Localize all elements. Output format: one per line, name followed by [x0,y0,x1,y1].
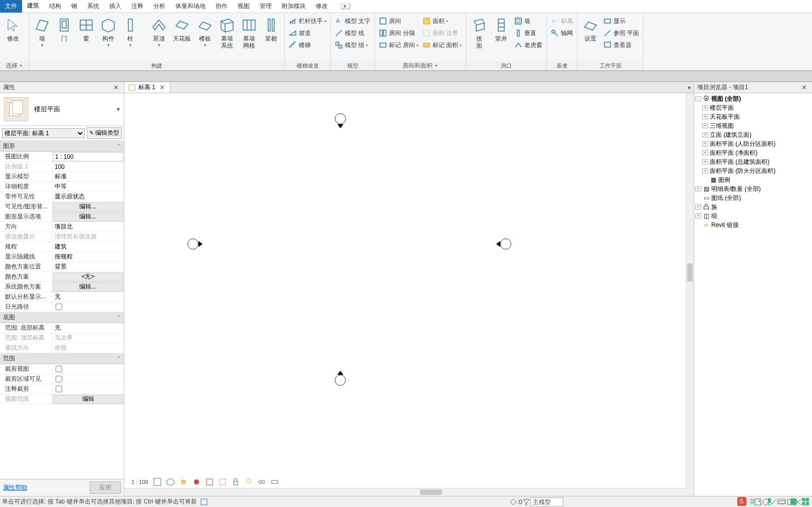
tag-area-tool[interactable]: 标记 面积▾ [421,39,464,51]
instance-select[interactable]: 楼层平面: 标高 1 [2,128,85,138]
prop-view-range[interactable]: 视图范围编辑 [0,394,124,404]
prop-detail-level[interactable]: 详细程度中等 [0,182,124,192]
modify-tool[interactable]: 修改 [2,15,24,43]
prop-underlay-bottom[interactable]: 范围: 底部标高无 [0,323,124,333]
menu-addins[interactable]: 附加模块 [277,0,311,13]
filter-combo[interactable]: 主模型 [530,497,563,506]
filter-icon[interactable] [522,498,530,506]
tree-sheets[interactable]: ▭图纸 (全部) [695,193,811,202]
menu-insert[interactable]: 插入 [104,0,126,13]
edit-type-button[interactable]: ✎ 编辑类型 [87,127,122,139]
apply-button[interactable]: 应用 [90,481,121,494]
keyboard-icon[interactable] [777,497,786,506]
menu-view[interactable]: 视图 [233,0,255,13]
tree-groups[interactable]: +◫组 [695,211,811,220]
elevation-marker-west[interactable] [187,238,198,249]
roof-tool[interactable]: 屋顶▾ [148,15,170,49]
section-underlay[interactable]: 底图⌃ [0,312,124,323]
prop-hidden-lines[interactable]: 显示隐藏线按规程 [0,252,124,262]
elevation-marker-south[interactable] [335,375,346,386]
properties-close[interactable]: ✕ [111,84,121,91]
menu-systems[interactable]: 系统 [82,0,104,13]
ime-lang[interactable]: 英 [749,497,755,506]
sun-path-control[interactable] [179,478,187,486]
sogou-icon[interactable]: S [737,497,746,506]
properties-help-link[interactable]: 属性帮助 [3,483,27,492]
vertical-opening-tool[interactable]: 垂直 [512,27,544,39]
prop-display-model[interactable]: 显示模型标准 [0,172,124,182]
prop-color-scheme-loc[interactable]: 颜色方案位置背景 [0,262,124,272]
mic-icon[interactable] [765,497,774,506]
tree-views-root[interactable]: −⦿视图 (全部) [695,94,811,103]
vertical-scrollbar[interactable] [686,93,694,488]
reveal-constraints-control[interactable] [271,478,279,486]
prop-sys-color[interactable]: 系统颜色方案编辑... [0,282,124,292]
hidden-elements-control[interactable] [245,478,253,486]
horizontal-scrollbar[interactable] [124,488,686,496]
toolbox-icon[interactable] [801,497,810,506]
tab-overflow[interactable]: ▾ [685,82,694,93]
prop-parts-visibility[interactable]: 零件可见性显示原状态 [0,192,124,202]
prop-anno-crop[interactable]: 注释裁剪 [0,384,124,394]
grid-tool[interactable]: 轴网 [549,27,575,39]
prop-discipline[interactable]: 规程建筑 [0,242,124,252]
model-group-tool[interactable]: 模型 组▾ [333,39,372,51]
prop-default-analysis[interactable]: 默认分析显示...无 [0,292,124,302]
tree-area4[interactable]: +面积平面 (防火分区面积) [695,166,811,175]
component-tool[interactable]: 构件▾ [97,15,119,49]
level-tool[interactable]: 标高 [549,15,575,27]
model-text-tool[interactable]: A模型 文字 [333,15,372,27]
menu-architecture[interactable]: 建筑 [22,0,44,13]
prop-orientation[interactable]: 方向项目北 [0,222,124,232]
lock-control[interactable] [232,478,240,486]
scale-control[interactable]: 1 : 100 [131,479,148,485]
area-tool[interactable]: 面积▾ [421,15,464,27]
tree-elevations[interactable]: +立面 (建筑立面) [695,130,811,139]
prop-crop-visible[interactable]: 裁剪区域可见 [0,374,124,384]
wall-tool[interactable]: 墙▾ [31,15,53,49]
wall-opening-tool[interactable]: 墙 [512,15,544,27]
view-tab-close[interactable]: ✕ [158,84,166,91]
menu-massing[interactable]: 体量和场地 [170,0,211,13]
type-selector[interactable]: 楼层平面 ▾ [0,93,124,126]
tree-area3[interactable]: +面积平面 (总建筑面积) [695,157,811,166]
tree-floorplans[interactable]: +楼层平面 [695,103,811,112]
elevation-marker-east[interactable] [500,238,511,249]
mullion-tool[interactable]: 竖梃 [260,15,282,43]
skin-icon[interactable] [789,497,798,506]
tree-families[interactable]: +凸族 [695,202,811,211]
crop-visible-control[interactable] [219,478,227,486]
media-play-icon[interactable] [338,0,354,13]
tag-room-tool[interactable]: 标记 房间▾ [377,39,420,51]
area-boundary-tool[interactable]: 面积 边界 [421,27,464,39]
menu-analyze[interactable]: 分析 [148,0,170,13]
menu-structure[interactable]: 结构 [44,0,66,13]
tree-links[interactable]: ∞Revit 链接 [695,220,811,229]
selection-count-icon[interactable] [200,498,208,506]
prop-vg-overrides[interactable]: 可见性/图形替...编辑... [0,202,124,212]
prop-sun-path[interactable]: 日光路径 [0,302,124,312]
prop-graphic-display[interactable]: 图形显示选项编辑... [0,212,124,222]
menu-modify[interactable]: 修改 [311,0,333,13]
room-tool[interactable]: 房间 [377,15,420,27]
dormer-tool[interactable]: 老虎窗 [512,39,544,51]
curtain-grid-tool[interactable]: 幕墙 网格 [238,15,260,51]
tree-ceilings[interactable]: +天花板平面 [695,112,811,121]
stair-tool[interactable]: 楼梯 [287,39,328,51]
tree-area1[interactable]: +面积平面 (人防分区面积) [695,139,811,148]
crop-control[interactable] [206,478,214,486]
column-tool[interactable]: 柱▾ [119,15,141,49]
menu-collab[interactable]: 协作 [211,0,233,13]
floor-tool[interactable]: 楼板▾ [194,15,216,49]
ramp-tool[interactable]: 坡道 [287,27,328,39]
detail-level-control[interactable] [153,478,161,486]
tree-3dviews[interactable]: +三维视图 [695,121,811,130]
tree-area2[interactable]: +面积平面 (净面积) [695,148,811,157]
workset-icon[interactable] [509,498,517,506]
ceiling-tool[interactable]: 天花板 [170,15,194,43]
menu-file[interactable]: 文件 [0,0,22,13]
shaft-tool[interactable]: 竖井 [490,15,512,43]
shadow-control[interactable] [192,478,200,486]
curtain-system-tool[interactable]: 幕墙 系统 [216,15,238,51]
menu-steel[interactable]: 钢 [66,0,82,13]
